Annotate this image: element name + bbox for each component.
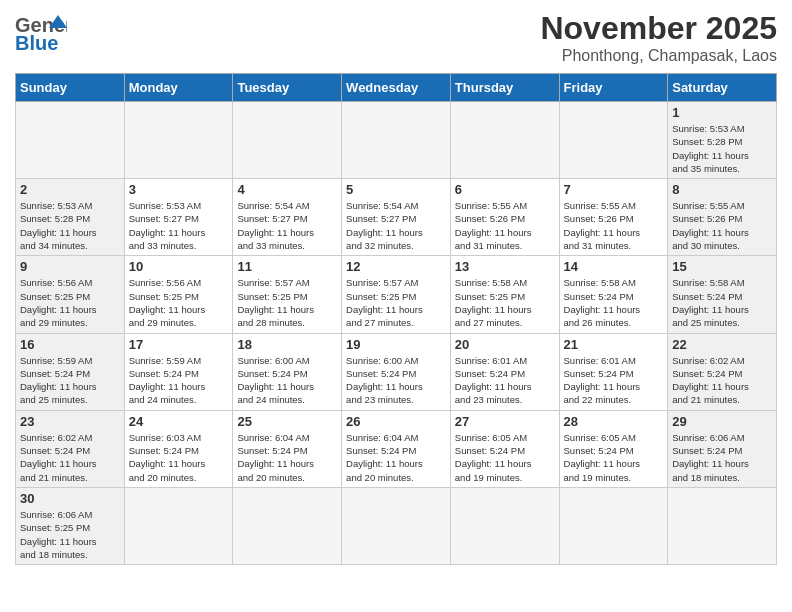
- table-row: 13Sunrise: 5:58 AM Sunset: 5:25 PM Dayli…: [450, 256, 559, 333]
- table-row: 15Sunrise: 5:58 AM Sunset: 5:24 PM Dayli…: [668, 256, 777, 333]
- day-info: Sunrise: 6:00 AM Sunset: 5:24 PM Dayligh…: [237, 354, 337, 407]
- day-number: 21: [564, 337, 664, 352]
- day-number: 28: [564, 414, 664, 429]
- day-info: Sunrise: 5:55 AM Sunset: 5:26 PM Dayligh…: [564, 199, 664, 252]
- table-row: 29Sunrise: 6:06 AM Sunset: 5:24 PM Dayli…: [668, 410, 777, 487]
- table-row: [124, 487, 233, 564]
- table-row: 25Sunrise: 6:04 AM Sunset: 5:24 PM Dayli…: [233, 410, 342, 487]
- table-row: 22Sunrise: 6:02 AM Sunset: 5:24 PM Dayli…: [668, 333, 777, 410]
- day-info: Sunrise: 6:06 AM Sunset: 5:25 PM Dayligh…: [20, 508, 120, 561]
- day-info: Sunrise: 5:58 AM Sunset: 5:24 PM Dayligh…: [672, 276, 772, 329]
- day-number: 9: [20, 259, 120, 274]
- table-row: [668, 487, 777, 564]
- day-info: Sunrise: 6:02 AM Sunset: 5:24 PM Dayligh…: [20, 431, 120, 484]
- logo-icon: General Blue: [15, 10, 67, 54]
- table-row: [559, 487, 668, 564]
- table-row: [124, 102, 233, 179]
- day-number: 26: [346, 414, 446, 429]
- day-info: Sunrise: 6:04 AM Sunset: 5:24 PM Dayligh…: [346, 431, 446, 484]
- day-info: Sunrise: 6:05 AM Sunset: 5:24 PM Dayligh…: [455, 431, 555, 484]
- table-row: [16, 102, 125, 179]
- day-number: 6: [455, 182, 555, 197]
- month-title: November 2025: [540, 10, 777, 47]
- location: Phonthong, Champasak, Laos: [540, 47, 777, 65]
- table-row: 23Sunrise: 6:02 AM Sunset: 5:24 PM Dayli…: [16, 410, 125, 487]
- day-number: 16: [20, 337, 120, 352]
- day-info: Sunrise: 5:55 AM Sunset: 5:26 PM Dayligh…: [672, 199, 772, 252]
- table-row: 21Sunrise: 6:01 AM Sunset: 5:24 PM Dayli…: [559, 333, 668, 410]
- calendar-row-3: 16Sunrise: 5:59 AM Sunset: 5:24 PM Dayli…: [16, 333, 777, 410]
- day-number: 11: [237, 259, 337, 274]
- col-thursday: Thursday: [450, 74, 559, 102]
- day-number: 23: [20, 414, 120, 429]
- day-info: Sunrise: 6:06 AM Sunset: 5:24 PM Dayligh…: [672, 431, 772, 484]
- col-sunday: Sunday: [16, 74, 125, 102]
- day-number: 29: [672, 414, 772, 429]
- day-info: Sunrise: 5:58 AM Sunset: 5:25 PM Dayligh…: [455, 276, 555, 329]
- table-row: 14Sunrise: 5:58 AM Sunset: 5:24 PM Dayli…: [559, 256, 668, 333]
- table-row: [233, 102, 342, 179]
- day-number: 7: [564, 182, 664, 197]
- table-row: [559, 102, 668, 179]
- day-number: 20: [455, 337, 555, 352]
- day-number: 19: [346, 337, 446, 352]
- table-row: 11Sunrise: 5:57 AM Sunset: 5:25 PM Dayli…: [233, 256, 342, 333]
- day-info: Sunrise: 5:58 AM Sunset: 5:24 PM Dayligh…: [564, 276, 664, 329]
- day-number: 17: [129, 337, 229, 352]
- day-number: 25: [237, 414, 337, 429]
- day-number: 30: [20, 491, 120, 506]
- table-row: 24Sunrise: 6:03 AM Sunset: 5:24 PM Dayli…: [124, 410, 233, 487]
- calendar-row-2: 9Sunrise: 5:56 AM Sunset: 5:25 PM Daylig…: [16, 256, 777, 333]
- day-number: 2: [20, 182, 120, 197]
- col-friday: Friday: [559, 74, 668, 102]
- day-number: 27: [455, 414, 555, 429]
- table-row: 6Sunrise: 5:55 AM Sunset: 5:26 PM Daylig…: [450, 179, 559, 256]
- day-number: 10: [129, 259, 229, 274]
- table-row: 1Sunrise: 5:53 AM Sunset: 5:28 PM Daylig…: [668, 102, 777, 179]
- day-info: Sunrise: 6:02 AM Sunset: 5:24 PM Dayligh…: [672, 354, 772, 407]
- calendar-table: Sunday Monday Tuesday Wednesday Thursday…: [15, 73, 777, 565]
- day-number: 22: [672, 337, 772, 352]
- day-number: 18: [237, 337, 337, 352]
- table-row: 27Sunrise: 6:05 AM Sunset: 5:24 PM Dayli…: [450, 410, 559, 487]
- day-info: Sunrise: 6:01 AM Sunset: 5:24 PM Dayligh…: [455, 354, 555, 407]
- table-row: 8Sunrise: 5:55 AM Sunset: 5:26 PM Daylig…: [668, 179, 777, 256]
- calendar-header-row: Sunday Monday Tuesday Wednesday Thursday…: [16, 74, 777, 102]
- header: General Blue November 2025 Phonthong, Ch…: [15, 10, 777, 65]
- table-row: 20Sunrise: 6:01 AM Sunset: 5:24 PM Dayli…: [450, 333, 559, 410]
- day-info: Sunrise: 5:56 AM Sunset: 5:25 PM Dayligh…: [129, 276, 229, 329]
- table-row: [342, 102, 451, 179]
- calendar-row-4: 23Sunrise: 6:02 AM Sunset: 5:24 PM Dayli…: [16, 410, 777, 487]
- col-monday: Monday: [124, 74, 233, 102]
- col-tuesday: Tuesday: [233, 74, 342, 102]
- day-info: Sunrise: 5:55 AM Sunset: 5:26 PM Dayligh…: [455, 199, 555, 252]
- table-row: 5Sunrise: 5:54 AM Sunset: 5:27 PM Daylig…: [342, 179, 451, 256]
- title-area: November 2025 Phonthong, Champasak, Laos: [540, 10, 777, 65]
- day-info: Sunrise: 5:59 AM Sunset: 5:24 PM Dayligh…: [129, 354, 229, 407]
- table-row: [342, 487, 451, 564]
- table-row: 17Sunrise: 5:59 AM Sunset: 5:24 PM Dayli…: [124, 333, 233, 410]
- table-row: [450, 102, 559, 179]
- day-info: Sunrise: 5:56 AM Sunset: 5:25 PM Dayligh…: [20, 276, 120, 329]
- day-info: Sunrise: 6:03 AM Sunset: 5:24 PM Dayligh…: [129, 431, 229, 484]
- table-row: 28Sunrise: 6:05 AM Sunset: 5:24 PM Dayli…: [559, 410, 668, 487]
- day-number: 24: [129, 414, 229, 429]
- day-info: Sunrise: 6:00 AM Sunset: 5:24 PM Dayligh…: [346, 354, 446, 407]
- day-info: Sunrise: 6:05 AM Sunset: 5:24 PM Dayligh…: [564, 431, 664, 484]
- day-info: Sunrise: 5:53 AM Sunset: 5:28 PM Dayligh…: [20, 199, 120, 252]
- table-row: 7Sunrise: 5:55 AM Sunset: 5:26 PM Daylig…: [559, 179, 668, 256]
- table-row: 9Sunrise: 5:56 AM Sunset: 5:25 PM Daylig…: [16, 256, 125, 333]
- table-row: [233, 487, 342, 564]
- day-info: Sunrise: 5:54 AM Sunset: 5:27 PM Dayligh…: [346, 199, 446, 252]
- svg-text:Blue: Blue: [15, 32, 58, 54]
- table-row: 10Sunrise: 5:56 AM Sunset: 5:25 PM Dayli…: [124, 256, 233, 333]
- table-row: 3Sunrise: 5:53 AM Sunset: 5:27 PM Daylig…: [124, 179, 233, 256]
- day-number: 5: [346, 182, 446, 197]
- table-row: 26Sunrise: 6:04 AM Sunset: 5:24 PM Dayli…: [342, 410, 451, 487]
- day-number: 15: [672, 259, 772, 274]
- day-number: 3: [129, 182, 229, 197]
- day-number: 8: [672, 182, 772, 197]
- col-saturday: Saturday: [668, 74, 777, 102]
- day-number: 4: [237, 182, 337, 197]
- calendar-row-5: 30Sunrise: 6:06 AM Sunset: 5:25 PM Dayli…: [16, 487, 777, 564]
